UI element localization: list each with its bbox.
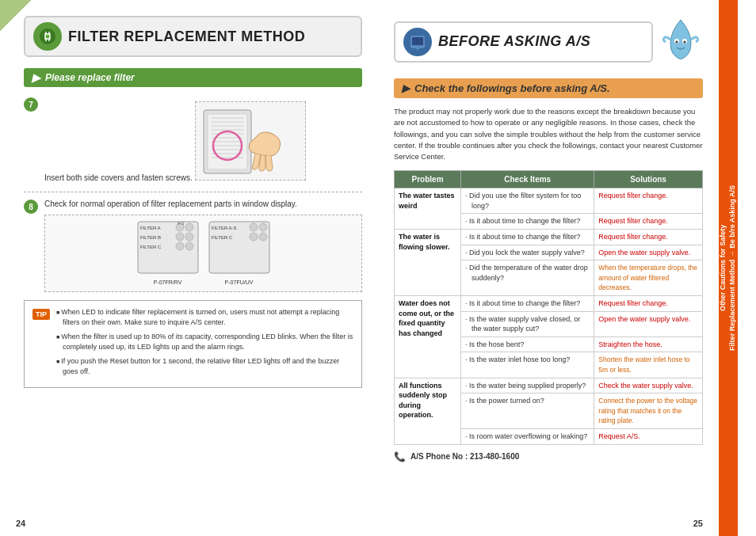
page-number-left: 24 <box>16 519 25 528</box>
problem-1: The water tastes weird <box>395 188 461 230</box>
step-8-text: Check for normal operation of filter rep… <box>44 200 297 208</box>
step-7-content: Insert both side covers and fasten screw… <box>44 97 362 184</box>
table-row-4: All functions suddenly stop during opera… <box>395 378 703 393</box>
svg-text:FILTER C: FILTER C <box>140 245 162 249</box>
solution-2c: When the temperature drops, the amount o… <box>594 260 703 296</box>
step-7: 7 Insert both side covers and fasten scr… <box>24 97 362 184</box>
troubleshoot-table: Problem Check Items Solutions The water … <box>394 170 703 444</box>
side-tab: Other Cautions for Safety Filter Replace… <box>719 0 738 536</box>
check-1b: Is it about time to change the filter? <box>461 214 594 230</box>
solution-4b: Connect the power to the voltage rating … <box>594 393 703 429</box>
solution-2b: Open the water supply valve. <box>594 245 703 260</box>
col-problem: Problem <box>395 171 461 188</box>
as-icon <box>403 28 432 56</box>
side-tab-text: Other Cautions for Safety Filter Replace… <box>719 185 737 351</box>
step-separator <box>24 192 362 192</box>
check-3a: Is it about time to change the filter? <box>461 296 594 312</box>
left-sub-header: ▶ Please replace filter <box>24 68 362 87</box>
corner-decoration <box>0 0 32 32</box>
svg-text:FILTER B: FILTER B <box>140 235 161 240</box>
solution-3b: Open the water supply valve. <box>594 311 703 336</box>
right-sub-header: ▶ Check the followings before asking A/S… <box>394 78 703 98</box>
svg-point-39 <box>676 41 678 44</box>
tip-item-3: If you push the Reset button for 1 secon… <box>56 356 353 378</box>
svg-point-23 <box>185 233 193 241</box>
phone-row: 📞 A/S Phone No : 213-480-1600 <box>394 451 703 462</box>
filter-icon <box>33 22 62 51</box>
col-solution: Solutions <box>594 171 703 188</box>
problem-3: Water does not come out, or the fixed qu… <box>395 296 461 378</box>
panel-label-1: P-07FR/RV <box>136 279 200 287</box>
right-page: BEFORE ASKING A/S ▶ Check the followings… <box>378 0 719 536</box>
problem-2: The water is flowing slower. <box>395 230 461 296</box>
check-1a: Did you use the filter system for too lo… <box>461 188 594 214</box>
check-2a: Is it about time to change the filter? <box>461 230 594 245</box>
svg-text:A-S: A-S <box>178 221 185 226</box>
table-row-1: The water tastes weird Did you use the f… <box>395 188 703 214</box>
tip-item-2: When the filter is used up to 80% of its… <box>56 332 353 353</box>
page-number-right: 25 <box>693 519 703 528</box>
svg-point-32 <box>250 233 258 241</box>
svg-point-21 <box>185 223 193 231</box>
side-tab-line2: Filter Replacement Method → Be b/re Aski… <box>728 185 736 351</box>
solution-3d: Shorten the water inlet hose to 5m or le… <box>594 352 703 378</box>
step-7-text: Insert both side covers and fasten screw… <box>44 173 193 182</box>
right-header-box: BEFORE ASKING A/S <box>394 21 653 63</box>
sub-header-text: Please replace filter <box>45 72 135 83</box>
solution-1a: Request filter change. <box>594 188 703 214</box>
svg-point-31 <box>259 223 267 231</box>
left-section-header: FILTER REPLACEMENT METHOD <box>24 16 362 57</box>
check-4a: Is the water being supplied properly? <box>461 378 594 393</box>
svg-point-22 <box>176 233 184 241</box>
step-8-content: Check for normal operation of filter rep… <box>44 199 362 292</box>
left-page: FILTER REPLACEMENT METHOD ▶ Please repla… <box>0 0 378 536</box>
solution-4a: Check the water supply valve. <box>594 378 703 393</box>
solution-2a: Request filter change. <box>594 230 703 245</box>
svg-point-25 <box>185 242 193 250</box>
right-title: BEFORE ASKING A/S <box>438 33 590 50</box>
left-header-box: FILTER REPLACEMENT METHOD <box>24 16 362 57</box>
check-2b: Did you lock the water supply valve? <box>461 245 594 260</box>
problem-4: All functions suddenly stop during opera… <box>395 378 461 444</box>
solution-4c: Request A/S. <box>594 428 703 444</box>
svg-text:FILTER A: FILTER A <box>140 226 161 230</box>
svg-point-1 <box>45 34 50 39</box>
table-row-3: Water does not come out, or the fixed qu… <box>395 296 703 312</box>
table-row-2: The water is flowing slower. Is it about… <box>395 230 703 245</box>
svg-point-30 <box>250 223 258 231</box>
svg-point-40 <box>684 41 686 44</box>
sub-header-arrow: ▶ <box>32 71 40 84</box>
sub-header-arrow-right: ▶ <box>402 82 410 94</box>
step-8-number: 8 <box>24 200 38 214</box>
check-3d: Is the water inlet hose too long? <box>461 352 594 378</box>
side-tab-line1: Other Cautions for Safety <box>719 225 727 311</box>
tip-box: TIP When LED to indicate filter replacem… <box>24 300 362 388</box>
right-sub-header-text: Check the followings before asking A/S. <box>414 82 610 94</box>
svg-point-33 <box>259 233 267 241</box>
left-title: FILTER REPLACEMENT METHOD <box>68 29 305 45</box>
check-4c: Is room water overflowing or leaking? <box>461 428 594 444</box>
tip-label: TIP <box>32 309 50 320</box>
svg-text:FILTER C: FILTER C <box>212 235 233 240</box>
step-7-number: 7 <box>24 97 38 112</box>
phone-number: A/S Phone No : 213-480-1600 <box>410 452 519 461</box>
check-3b: Is the water supply valve closed, or the… <box>461 311 594 336</box>
check-4b: Is the power turned on? <box>461 393 594 429</box>
panel-label-2: P-07FU/UV <box>208 279 271 287</box>
phone-icon: 📞 <box>394 451 406 462</box>
description: The product may not properly work due to… <box>394 106 703 162</box>
svg-text:FILTER A-S: FILTER A-S <box>212 226 237 230</box>
tip-content: When LED to indicate filter replacement … <box>56 307 353 381</box>
svg-rect-35 <box>412 37 423 45</box>
check-3c: Is the hose bent? <box>461 336 594 352</box>
step-8: 8 Check for normal operation of filter r… <box>24 199 362 292</box>
svg-point-24 <box>176 242 184 250</box>
solution-3c: Straighten the hose. <box>594 336 703 352</box>
svg-point-36 <box>416 47 419 50</box>
right-section-header: BEFORE ASKING A/S <box>394 16 703 67</box>
solution-3a: Request filter change. <box>594 296 703 312</box>
solution-1b: Request filter change. <box>594 214 703 230</box>
check-2c: Did the temperature of the water drop su… <box>461 260 594 296</box>
tip-item-1: When LED to indicate filter replacement … <box>56 307 353 329</box>
col-check: Check Items <box>461 171 594 188</box>
